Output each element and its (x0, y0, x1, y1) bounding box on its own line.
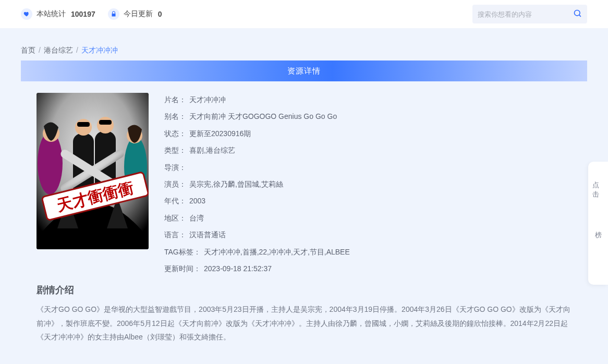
meta-lang: 汉语普通话 (189, 229, 226, 240)
heart-icon (21, 8, 32, 20)
side-rank-label[interactable]: 榜 (595, 230, 602, 240)
side-floating-panel[interactable]: 点击 榜 (588, 162, 608, 285)
side-click-label[interactable]: 点击 (592, 180, 604, 199)
search-icon[interactable] (573, 9, 582, 19)
svg-point-0 (574, 10, 580, 16)
meta-director-lbl: 导演： (164, 162, 186, 173)
meta-updated-lbl: 更新时间： (164, 263, 201, 274)
meta-status-lbl: 状态： (164, 128, 186, 139)
crumb-current: 天才冲冲冲 (81, 46, 118, 55)
meta-year: 2003 (189, 195, 205, 207)
today-stat-value: 0 (158, 10, 162, 18)
topbar: 本站统计 100197 今日更新 0 (0, 0, 608, 28)
meta-cast-lbl: 演员： (164, 178, 186, 190)
today-stat: 今日更新 0 (108, 8, 162, 20)
meta-cast: 吴宗宪,徐乃麟,曾国城,艾莉絲 (189, 178, 283, 190)
meta-status: 更新至20230916期 (189, 128, 251, 139)
meta-alias: 天才向前冲 天才GOGOGO Genius Go Go Go (189, 111, 337, 122)
plot-section: 剧情介绍 《天才GO GO GO》是华视的大型益智遊戲节目，2003年5月23日… (37, 274, 571, 344)
crumb-sep: / (39, 46, 41, 55)
meta-tag: 天才冲冲冲,首播,22,冲冲冲,天才,节目,ALBEE (204, 246, 350, 258)
site-stat: 本站统计 100197 (21, 8, 95, 20)
site-stat-label: 本站统计 (37, 9, 66, 19)
meta-genre-lbl: 类型： (164, 144, 186, 156)
meta-updated: 2023-09-18 21:52:37 (204, 263, 272, 274)
search-input[interactable] (478, 10, 569, 18)
meta-title: 天才冲冲冲 (189, 94, 226, 105)
poster: 天才衝衝衝 (37, 93, 149, 249)
today-stat-label: 今日更新 (124, 9, 153, 19)
svg-point-13 (97, 117, 114, 134)
crumb-home[interactable]: 首页 (21, 46, 35, 55)
svg-line-1 (579, 15, 581, 17)
site-stat-value: 100197 (71, 10, 95, 18)
plot-text: 《天才GO GO GO》是华视的大型益智遊戲节目，2003年5月23日开播，主持… (37, 302, 571, 344)
meta-alias-lbl: 别名： (164, 111, 186, 122)
meta-year-lbl: 年代： (164, 195, 186, 207)
search-box[interactable] (472, 5, 587, 23)
svg-rect-11 (77, 122, 90, 127)
meta-region: 台湾 (189, 212, 204, 224)
meta-region-lbl: 地区： (164, 212, 186, 224)
meta-lang-lbl: 语言： (164, 229, 186, 240)
lock-icon (108, 8, 119, 20)
detail-banner: 资源详情 (21, 60, 587, 81)
svg-rect-14 (99, 120, 112, 125)
breadcrumb: 首页 / 港台综艺 / 天才冲冲冲 (21, 38, 587, 60)
meta-genre: 喜剧,港台综艺 (189, 144, 235, 156)
svg-point-10 (75, 119, 92, 136)
crumb-category[interactable]: 港台综艺 (44, 46, 73, 55)
crumb-sep: / (76, 46, 78, 55)
meta-title-lbl: 片名： (164, 94, 186, 105)
plot-heading: 剧情介绍 (37, 284, 571, 296)
meta-tag-lbl: TAG标签： (164, 246, 201, 258)
